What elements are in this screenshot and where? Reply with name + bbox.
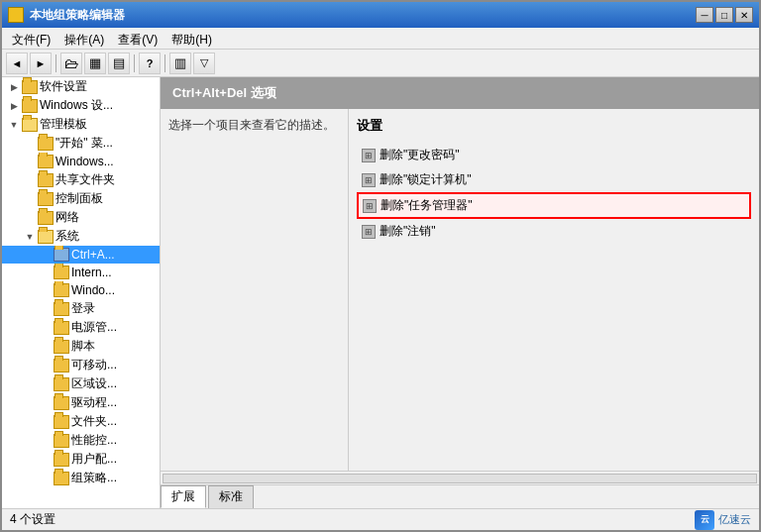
settings-label-del-logoff: 删除"注销" [380, 223, 436, 240]
folder-button-4[interactable]: ▥ [169, 53, 191, 74]
sidebar-item-login[interactable]: 登录 [2, 299, 160, 318]
toggle-user-config [38, 452, 54, 468]
sidebar-item-regional[interactable]: 区域设... [2, 374, 160, 393]
sidebar-item-internet[interactable]: Intern... [2, 264, 160, 281]
label-system: 系统 [55, 228, 79, 245]
folder-icon-ctrl-alt-del [54, 248, 69, 262]
toolbar-separator-1 [55, 54, 56, 72]
tabs-bar: 扩展 标准 [161, 484, 759, 508]
sidebar-item-removable[interactable]: 可移动... [2, 356, 160, 374]
settings-icon-2: ⊞ [362, 173, 376, 187]
filter-button[interactable]: ▽ [193, 53, 215, 74]
folder-icon-windows2 [54, 283, 69, 297]
sidebar-item-driver[interactable]: 驱动程... [2, 393, 160, 412]
sidebar-item-admin-templates[interactable]: ▼ 管理模板 [2, 115, 160, 134]
sidebar-item-shared-files[interactable]: 共享文件夹 [2, 170, 160, 189]
close-button[interactable]: ✕ [735, 7, 753, 23]
toggle-group-policy [38, 471, 54, 486]
toolbar: ◄ ► 🗁 ▦ ▤ ? ▥ ▽ [2, 50, 759, 77]
logo-icon: 云 [695, 510, 714, 530]
settings-icon-1: ⊞ [362, 149, 376, 162]
label-ctrl-alt-del: Ctrl+A... [71, 248, 115, 262]
toggle-ctrl-alt-del [38, 247, 54, 263]
forward-button[interactable]: ► [30, 53, 52, 74]
toolbar-separator-3 [164, 54, 165, 72]
toggle-perf [38, 433, 54, 449]
label-user-config: 用户配... [71, 451, 117, 468]
sidebar-item-network[interactable]: 网络 [2, 208, 160, 227]
toggle-control-panel [22, 191, 38, 207]
label-power-mgmt: 电源管... [71, 319, 117, 336]
folder-icon-perf [54, 434, 69, 448]
toggle-power-mgmt [38, 320, 54, 336]
sidebar-item-ctrl-alt-del[interactable]: Ctrl+A... [2, 246, 160, 264]
settings-item-del-task-mgr[interactable]: ⊞ 删除"任务管理器" [357, 192, 751, 219]
folder-icon-power-mgmt [54, 321, 69, 335]
window-title: 本地组策略编辑器 [30, 7, 125, 24]
label-login: 登录 [71, 300, 95, 317]
settings-item-del-logoff[interactable]: ⊞ 删除"注销" [357, 219, 751, 244]
sidebar-tree: ▶ 软件设置 ▶ Windows 设... ▼ 管理模板 "开始" 菜... [2, 77, 161, 508]
menu-action[interactable]: 操作(A) [58, 30, 110, 47]
folder-icon-removable [54, 359, 69, 372]
label-group-policy: 组策略... [71, 470, 117, 486]
logo-text: 亿速云 [718, 512, 751, 527]
folder-icon-windows-settings [22, 99, 38, 113]
sidebar-item-power-mgmt[interactable]: 电源管... [2, 318, 160, 337]
folder-icon-shared-files [38, 173, 54, 187]
folder-icon-group-policy [54, 472, 69, 485]
toggle-windows-settings[interactable]: ▶ [6, 98, 22, 114]
sidebar-item-control-panel[interactable]: 控制面板 [2, 189, 160, 208]
sidebar-item-script[interactable]: 脚本 [2, 337, 160, 356]
folder-icon-regional [54, 377, 69, 391]
label-removable: 可移动... [71, 357, 117, 373]
menu-file[interactable]: 文件(F) [6, 30, 56, 47]
tab-standard[interactable]: 标准 [208, 485, 254, 508]
minimize-button[interactable]: ─ [696, 7, 713, 23]
folder-button-1[interactable]: 🗁 [60, 53, 82, 74]
back-button[interactable]: ◄ [6, 53, 28, 74]
toggle-internet [38, 265, 54, 280]
sidebar-item-folder[interactable]: 文件夹... [2, 412, 160, 431]
toggle-windows2 [38, 282, 54, 298]
settings-label-del-task-mgr: 删除"任务管理器" [380, 197, 473, 214]
folder-button-3[interactable]: ▤ [108, 53, 130, 74]
sidebar-item-start[interactable]: "开始" 菜... [2, 134, 160, 153]
window-icon [8, 7, 24, 23]
status-count: 4 个设置 [10, 511, 55, 528]
sidebar-item-system[interactable]: ▼ 系统 [2, 227, 160, 246]
sidebar-item-group-policy[interactable]: 组策略... [2, 469, 160, 487]
menu-view[interactable]: 查看(V) [112, 30, 163, 47]
menu-help[interactable]: 帮助(H) [165, 30, 218, 47]
folder-icon-windows [38, 155, 54, 168]
toggle-soft-settings[interactable]: ▶ [6, 79, 22, 95]
sidebar-item-windows2[interactable]: Windo... [2, 281, 160, 299]
label-soft-settings: 软件设置 [40, 78, 87, 95]
maximize-button[interactable]: □ [715, 7, 733, 23]
toggle-system[interactable]: ▼ [22, 229, 38, 245]
folder-button-2[interactable]: ▦ [84, 53, 106, 74]
help-button[interactable]: ? [139, 53, 161, 74]
settings-item-del-change-pwd[interactable]: ⊞ 删除"更改密码" [357, 143, 751, 167]
label-perf: 性能控... [71, 432, 117, 449]
label-regional: 区域设... [71, 375, 117, 392]
toggle-admin-templates[interactable]: ▼ [6, 117, 22, 133]
folder-icon-start [38, 137, 54, 151]
tab-expand[interactable]: 扩展 [161, 485, 206, 508]
settings-label-del-lock-pc: 删除"锁定计算机" [380, 171, 472, 188]
sidebar-item-windows[interactable]: Windows... [2, 153, 160, 170]
sidebar-item-windows-settings[interactable]: ▶ Windows 设... [2, 96, 160, 115]
sidebar-item-soft-settings[interactable]: ▶ 软件设置 [2, 77, 160, 96]
label-start: "开始" 菜... [55, 135, 113, 152]
sidebar-item-perf[interactable]: 性能控... [2, 431, 160, 450]
sidebar-item-user-config[interactable]: 用户配... [2, 450, 160, 469]
toolbar-separator-2 [134, 54, 135, 72]
settings-pane: 设置 ⊞ 删除"更改密码" ⊞ 删除"锁定计算机" ⊞ 删除"任务管理器" [349, 109, 759, 471]
label-shared-files: 共享文件夹 [55, 171, 115, 188]
folder-icon-login [54, 302, 69, 316]
horizontal-scrollbar[interactable] [161, 471, 759, 484]
label-script: 脚本 [71, 338, 95, 355]
settings-item-del-lock-pc[interactable]: ⊞ 删除"锁定计算机" [357, 167, 751, 192]
label-admin-templates: 管理模板 [40, 116, 87, 133]
main-content: ▶ 软件设置 ▶ Windows 设... ▼ 管理模板 "开始" 菜... [2, 77, 759, 508]
